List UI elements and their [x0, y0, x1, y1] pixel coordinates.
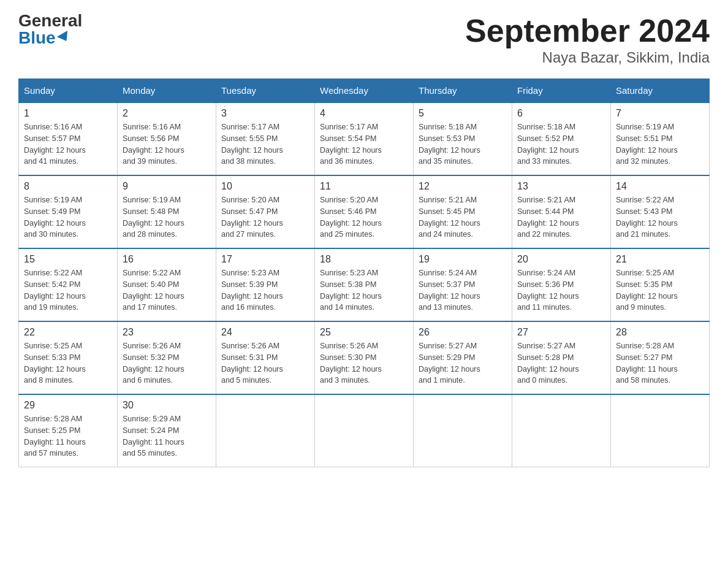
day-number: 5: [419, 108, 507, 119]
column-header-wednesday: Wednesday: [315, 79, 414, 103]
logo: General Blue: [18, 12, 82, 47]
calendar-header-row: SundayMondayTuesdayWednesdayThursdayFrid…: [19, 79, 710, 103]
day-number: 23: [123, 327, 211, 338]
day-number: 13: [517, 181, 605, 192]
calendar-cell: 9Sunrise: 5:19 AM Sunset: 5:48 PM Daylig…: [118, 175, 216, 248]
calendar-table: SundayMondayTuesdayWednesdayThursdayFrid…: [18, 79, 710, 467]
day-number: 2: [123, 108, 211, 119]
day-number: 24: [221, 327, 309, 338]
calendar-cell: 18Sunrise: 5:23 AM Sunset: 5:38 PM Dayli…: [315, 248, 414, 321]
day-number: 6: [517, 108, 605, 119]
calendar-cell: 14Sunrise: 5:22 AM Sunset: 5:43 PM Dayli…: [611, 175, 710, 248]
day-info: Sunrise: 5:19 AM Sunset: 5:51 PM Dayligh…: [616, 121, 704, 167]
day-info: Sunrise: 5:24 AM Sunset: 5:37 PM Dayligh…: [419, 267, 507, 313]
day-number: 17: [221, 254, 309, 265]
day-number: 8: [24, 181, 112, 192]
calendar-cell: [216, 394, 315, 467]
calendar-subtitle: Naya Bazar, Sikkim, India: [465, 49, 710, 66]
day-number: 26: [419, 327, 507, 338]
day-number: 22: [24, 327, 112, 338]
column-header-saturday: Saturday: [611, 79, 710, 103]
calendar-week-row: 1Sunrise: 5:16 AM Sunset: 5:57 PM Daylig…: [19, 102, 710, 175]
calendar-cell: 17Sunrise: 5:23 AM Sunset: 5:39 PM Dayli…: [216, 248, 315, 321]
day-number: 1: [24, 108, 112, 119]
logo-arrow-icon: [57, 31, 72, 44]
day-info: Sunrise: 5:22 AM Sunset: 5:40 PM Dayligh…: [123, 267, 211, 313]
day-info: Sunrise: 5:27 AM Sunset: 5:28 PM Dayligh…: [517, 340, 605, 386]
day-info: Sunrise: 5:26 AM Sunset: 5:30 PM Dayligh…: [320, 340, 408, 386]
day-info: Sunrise: 5:20 AM Sunset: 5:47 PM Dayligh…: [221, 194, 309, 240]
calendar-cell: 16Sunrise: 5:22 AM Sunset: 5:40 PM Dayli…: [118, 248, 216, 321]
page-header: General Blue September 2024 Naya Bazar, …: [18, 12, 710, 66]
calendar-cell: 7Sunrise: 5:19 AM Sunset: 5:51 PM Daylig…: [611, 102, 710, 175]
day-info: Sunrise: 5:16 AM Sunset: 5:57 PM Dayligh…: [24, 121, 112, 167]
calendar-title: September 2024: [465, 12, 710, 49]
calendar-cell: [512, 394, 611, 467]
day-number: 14: [616, 181, 704, 192]
column-header-tuesday: Tuesday: [216, 79, 315, 103]
day-number: 19: [419, 254, 507, 265]
logo-general: General: [18, 12, 82, 29]
title-block: September 2024 Naya Bazar, Sikkim, India: [465, 12, 710, 66]
column-header-thursday: Thursday: [414, 79, 512, 103]
day-info: Sunrise: 5:22 AM Sunset: 5:42 PM Dayligh…: [24, 267, 112, 313]
day-number: 16: [123, 254, 211, 265]
day-number: 7: [616, 108, 704, 119]
calendar-cell: 28Sunrise: 5:28 AM Sunset: 5:27 PM Dayli…: [611, 321, 710, 394]
column-header-sunday: Sunday: [19, 79, 118, 103]
calendar-cell: 30Sunrise: 5:29 AM Sunset: 5:24 PM Dayli…: [118, 394, 216, 467]
day-number: 27: [517, 327, 605, 338]
day-number: 15: [24, 254, 112, 265]
day-info: Sunrise: 5:28 AM Sunset: 5:27 PM Dayligh…: [616, 340, 704, 386]
calendar-week-row: 15Sunrise: 5:22 AM Sunset: 5:42 PM Dayli…: [19, 248, 710, 321]
calendar-cell: 8Sunrise: 5:19 AM Sunset: 5:49 PM Daylig…: [19, 175, 118, 248]
day-number: 30: [123, 400, 211, 411]
calendar-cell: 21Sunrise: 5:25 AM Sunset: 5:35 PM Dayli…: [611, 248, 710, 321]
day-info: Sunrise: 5:19 AM Sunset: 5:49 PM Dayligh…: [24, 194, 112, 240]
calendar-cell: 27Sunrise: 5:27 AM Sunset: 5:28 PM Dayli…: [512, 321, 611, 394]
column-header-friday: Friday: [512, 79, 611, 103]
day-number: 25: [320, 327, 408, 338]
calendar-cell: 12Sunrise: 5:21 AM Sunset: 5:45 PM Dayli…: [414, 175, 512, 248]
day-info: Sunrise: 5:26 AM Sunset: 5:32 PM Dayligh…: [123, 340, 211, 386]
calendar-week-row: 29Sunrise: 5:28 AM Sunset: 5:25 PM Dayli…: [19, 394, 710, 467]
calendar-cell: 3Sunrise: 5:17 AM Sunset: 5:55 PM Daylig…: [216, 102, 315, 175]
calendar-cell: 13Sunrise: 5:21 AM Sunset: 5:44 PM Dayli…: [512, 175, 611, 248]
day-info: Sunrise: 5:24 AM Sunset: 5:36 PM Dayligh…: [517, 267, 605, 313]
calendar-cell: 24Sunrise: 5:26 AM Sunset: 5:31 PM Dayli…: [216, 321, 315, 394]
day-number: 3: [221, 108, 309, 119]
day-number: 4: [320, 108, 408, 119]
calendar-cell: 15Sunrise: 5:22 AM Sunset: 5:42 PM Dayli…: [19, 248, 118, 321]
calendar-week-row: 8Sunrise: 5:19 AM Sunset: 5:49 PM Daylig…: [19, 175, 710, 248]
column-header-monday: Monday: [118, 79, 216, 103]
calendar-week-row: 22Sunrise: 5:25 AM Sunset: 5:33 PM Dayli…: [19, 321, 710, 394]
day-number: 21: [616, 254, 704, 265]
calendar-cell: 1Sunrise: 5:16 AM Sunset: 5:57 PM Daylig…: [19, 102, 118, 175]
day-info: Sunrise: 5:23 AM Sunset: 5:38 PM Dayligh…: [320, 267, 408, 313]
calendar-cell: 29Sunrise: 5:28 AM Sunset: 5:25 PM Dayli…: [19, 394, 118, 467]
calendar-cell: 10Sunrise: 5:20 AM Sunset: 5:47 PM Dayli…: [216, 175, 315, 248]
day-info: Sunrise: 5:27 AM Sunset: 5:29 PM Dayligh…: [419, 340, 507, 386]
calendar-cell: 23Sunrise: 5:26 AM Sunset: 5:32 PM Dayli…: [118, 321, 216, 394]
calendar-cell: 26Sunrise: 5:27 AM Sunset: 5:29 PM Dayli…: [414, 321, 512, 394]
day-info: Sunrise: 5:25 AM Sunset: 5:35 PM Dayligh…: [616, 267, 704, 313]
day-info: Sunrise: 5:21 AM Sunset: 5:44 PM Dayligh…: [517, 194, 605, 240]
day-number: 28: [616, 327, 704, 338]
calendar-cell: 25Sunrise: 5:26 AM Sunset: 5:30 PM Dayli…: [315, 321, 414, 394]
day-number: 11: [320, 181, 408, 192]
calendar-cell: 19Sunrise: 5:24 AM Sunset: 5:37 PM Dayli…: [414, 248, 512, 321]
day-info: Sunrise: 5:28 AM Sunset: 5:25 PM Dayligh…: [24, 413, 112, 459]
calendar-cell: 22Sunrise: 5:25 AM Sunset: 5:33 PM Dayli…: [19, 321, 118, 394]
day-info: Sunrise: 5:22 AM Sunset: 5:43 PM Dayligh…: [616, 194, 704, 240]
day-number: 12: [419, 181, 507, 192]
day-number: 10: [221, 181, 309, 192]
day-info: Sunrise: 5:16 AM Sunset: 5:56 PM Dayligh…: [123, 121, 211, 167]
calendar-cell: 4Sunrise: 5:17 AM Sunset: 5:54 PM Daylig…: [315, 102, 414, 175]
day-number: 29: [24, 400, 112, 411]
day-info: Sunrise: 5:20 AM Sunset: 5:46 PM Dayligh…: [320, 194, 408, 240]
day-number: 9: [123, 181, 211, 192]
calendar-cell: 2Sunrise: 5:16 AM Sunset: 5:56 PM Daylig…: [118, 102, 216, 175]
day-info: Sunrise: 5:17 AM Sunset: 5:55 PM Dayligh…: [221, 121, 309, 167]
logo-blue: Blue: [18, 29, 82, 47]
day-info: Sunrise: 5:19 AM Sunset: 5:48 PM Dayligh…: [123, 194, 211, 240]
